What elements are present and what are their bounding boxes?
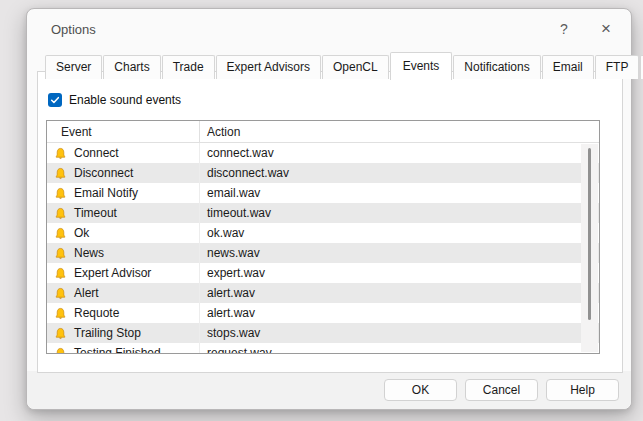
tab-server[interactable]: Server: [45, 55, 102, 79]
events-table-header: Event Action: [47, 121, 599, 143]
column-header-action: Action: [200, 121, 599, 142]
bell-icon: [55, 267, 67, 280]
tab-ftp[interactable]: FTP: [595, 55, 640, 79]
event-label: Trailing Stop: [74, 326, 141, 340]
events-tab-page: Enable sound events Event Action Connect…: [37, 71, 623, 373]
events-table: Event Action Connectconnect.wav Disconne…: [46, 120, 600, 354]
event-label: Connect: [74, 146, 119, 160]
bell-icon: [55, 347, 67, 354]
event-label: Ok: [74, 226, 89, 240]
bell-icon: [55, 187, 67, 200]
tab-notifications[interactable]: Notifications: [453, 55, 540, 79]
action-label: disconnect.wav: [200, 163, 599, 183]
tab-expert-advisors[interactable]: Expert Advisors: [216, 55, 321, 79]
vertical-scrollbar[interactable]: [581, 144, 598, 352]
action-label: timeout.wav: [200, 203, 599, 223]
tab-opencl[interactable]: OpenCL: [322, 55, 389, 79]
footer-buttons: OK Cancel Help: [384, 379, 619, 401]
tab-events[interactable]: Events: [390, 52, 453, 80]
table-row[interactable]: Alertalert.wav: [47, 283, 599, 303]
ok-button[interactable]: OK: [384, 379, 457, 401]
enable-sound-events-checkbox[interactable]: Enable sound events: [48, 93, 181, 107]
title-bar[interactable]: Options ? ×: [27, 9, 631, 49]
event-label: Expert Advisor: [74, 266, 151, 280]
checkbox-checked-icon: [48, 93, 62, 107]
window-title: Options: [51, 22, 96, 37]
action-label: ok.wav: [200, 223, 599, 243]
tab-strip: ServerChartsTradeExpert AdvisorsOpenCLEv…: [45, 51, 617, 79]
event-label: Testing Finished: [74, 346, 161, 353]
tab-charts[interactable]: Charts: [103, 55, 160, 79]
options-dialog: Options ? × ServerChartsTradeExpert Advi…: [26, 8, 632, 410]
desktop: { "window": { "title": "Options", "help_…: [0, 0, 643, 421]
bell-icon: [55, 207, 67, 220]
action-label: connect.wav: [200, 143, 599, 163]
table-row[interactable]: Testing Finishedrequest.wav: [47, 343, 599, 353]
action-label: expert.wav: [200, 263, 599, 283]
event-label: Email Notify: [74, 186, 138, 200]
cancel-button[interactable]: Cancel: [465, 379, 538, 401]
scrollbar-thumb[interactable]: [588, 148, 591, 320]
table-row[interactable]: Expert Advisorexpert.wav: [47, 263, 599, 283]
close-icon[interactable]: ×: [591, 16, 621, 42]
tab-trade[interactable]: Trade: [162, 55, 215, 79]
bell-icon: [55, 247, 67, 260]
bell-icon: [55, 307, 67, 320]
bell-icon: [55, 147, 67, 160]
table-row[interactable]: Email Notifyemail.wav: [47, 183, 599, 203]
bell-icon: [55, 227, 67, 240]
action-label: news.wav: [200, 243, 599, 263]
bell-icon: [55, 167, 67, 180]
table-row[interactable]: Connectconnect.wav: [47, 143, 599, 163]
help-icon[interactable]: ?: [549, 16, 579, 42]
help-button[interactable]: Help: [546, 379, 619, 401]
event-label: Requote: [74, 306, 119, 320]
checkbox-label: Enable sound events: [69, 93, 181, 107]
event-label: News: [74, 246, 104, 260]
action-label: alert.wav: [200, 283, 599, 303]
table-row[interactable]: Trailing Stopstops.wav: [47, 323, 599, 343]
table-row[interactable]: Newsnews.wav: [47, 243, 599, 263]
table-row[interactable]: Timeouttimeout.wav: [47, 203, 599, 223]
event-label: Timeout: [74, 206, 117, 220]
action-label: email.wav: [200, 183, 599, 203]
event-label: Disconnect: [74, 166, 133, 180]
table-row[interactable]: Requotealert.wav: [47, 303, 599, 323]
table-row[interactable]: Okok.wav: [47, 223, 599, 243]
action-label: alert.wav: [200, 303, 599, 323]
column-header-event: Event: [47, 121, 200, 142]
tab-email[interactable]: Email: [542, 55, 594, 79]
action-label: request.wav: [200, 343, 599, 353]
bell-icon: [55, 287, 67, 300]
event-label: Alert: [74, 286, 99, 300]
dialog-footer: OK Cancel Help: [27, 371, 631, 409]
events-table-body: Connectconnect.wav Disconnectdisconnect.…: [47, 143, 599, 353]
table-row[interactable]: Disconnectdisconnect.wav: [47, 163, 599, 183]
bell-icon: [55, 327, 67, 340]
action-label: stops.wav: [200, 323, 599, 343]
